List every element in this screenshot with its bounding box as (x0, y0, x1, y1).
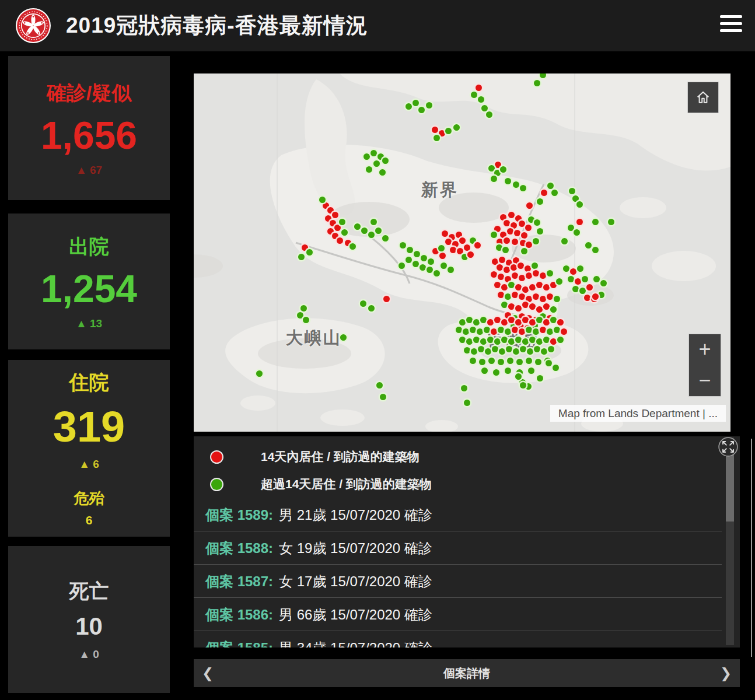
case-building-marker-past[interactable] (382, 158, 389, 164)
case-building-marker-past[interactable] (557, 337, 564, 343)
case-building-marker-past[interactable] (498, 327, 504, 333)
case-building-marker-past[interactable] (515, 373, 522, 380)
case-building-marker-past[interactable] (501, 337, 508, 343)
case-building-marker-past[interactable] (572, 195, 579, 202)
case-building-marker-past[interactable] (501, 302, 508, 308)
case-building-marker-recent[interactable] (459, 237, 466, 244)
case-building-marker-past[interactable] (441, 262, 447, 269)
case-building-marker-recent[interactable] (439, 253, 446, 259)
case-building-marker-recent[interactable] (504, 220, 510, 226)
case-building-marker-recent[interactable] (540, 327, 546, 333)
case-building-marker-past[interactable] (418, 107, 425, 113)
case-building-marker-past[interactable] (488, 165, 495, 172)
case-building-marker-recent[interactable] (487, 319, 494, 326)
case-building-marker-past[interactable] (585, 242, 592, 249)
case-building-marker-past[interactable] (400, 242, 406, 249)
case-building-marker-recent[interactable] (522, 302, 529, 308)
case-building-marker-past[interactable] (461, 385, 467, 391)
case-building-marker-past[interactable] (569, 188, 575, 194)
case-building-marker-past[interactable] (529, 337, 536, 343)
case-building-marker-recent[interactable] (525, 265, 531, 272)
case-building-marker-recent[interactable] (332, 212, 338, 218)
case-building-marker-recent[interactable] (505, 276, 511, 282)
case-building-marker-past[interactable] (498, 359, 504, 365)
case-building-marker-recent[interactable] (543, 284, 550, 290)
case-building-marker-past[interactable] (528, 368, 534, 374)
case-building-marker-past[interactable] (593, 276, 600, 282)
case-building-marker-past[interactable] (426, 102, 432, 108)
expand-arrows-icon[interactable] (718, 436, 739, 457)
case-building-marker-past[interactable] (298, 254, 305, 260)
case-row[interactable]: 個案 1588:女 19歲 15/07/2020 確診 (194, 531, 722, 565)
case-building-marker-past[interactable] (577, 265, 583, 272)
case-building-marker-past[interactable] (370, 150, 377, 156)
case-building-marker-past[interactable] (532, 262, 538, 269)
case-building-marker-past[interactable] (547, 183, 554, 189)
case-building-marker-past[interactable] (373, 160, 380, 167)
case-building-marker-recent[interactable] (501, 319, 508, 326)
case-building-marker-past[interactable] (413, 100, 419, 106)
case-building-marker-recent[interactable] (456, 232, 462, 238)
case-building-marker-past[interactable] (548, 346, 554, 352)
case-building-marker-past[interactable] (543, 337, 550, 343)
case-building-marker-recent[interactable] (383, 296, 390, 302)
case-building-marker-recent[interactable] (491, 328, 497, 335)
case-building-marker-recent[interactable] (512, 327, 518, 333)
hamburger-menu-icon[interactable] (720, 15, 742, 36)
case-building-marker-past[interactable] (568, 225, 574, 231)
case-row[interactable]: 個案 1589:男 21歲 15/07/2020 確診 (194, 498, 722, 531)
case-building-marker-past[interactable] (406, 257, 412, 263)
case-building-marker-past[interactable] (463, 328, 469, 335)
case-building-marker-past[interactable] (466, 317, 473, 323)
case-building-marker-recent[interactable] (499, 257, 505, 263)
case-building-marker-recent[interactable] (536, 282, 543, 288)
case-building-marker-past[interactable] (550, 317, 557, 323)
case-building-marker-past[interactable] (471, 92, 477, 98)
case-building-marker-recent[interactable] (511, 222, 517, 229)
case-building-marker-past[interactable] (499, 348, 505, 355)
next-tab-arrow[interactable]: ❯ (712, 665, 740, 681)
case-building-marker-past[interactable] (521, 248, 527, 254)
case-building-marker-recent[interactable] (547, 293, 553, 300)
case-building-marker-past[interactable] (488, 358, 495, 364)
case-building-marker-past[interactable] (505, 328, 511, 335)
case-building-marker-past[interactable] (493, 369, 499, 376)
case-building-marker-past[interactable] (368, 305, 375, 312)
case-building-marker-recent[interactable] (570, 268, 576, 275)
case-building-marker-past[interactable] (520, 185, 526, 191)
case-building-marker-past[interactable] (480, 338, 487, 345)
case-building-marker-past[interactable] (481, 368, 488, 374)
case-building-marker-recent[interactable] (498, 292, 504, 298)
case-building-marker-recent[interactable] (521, 232, 527, 239)
case-building-marker-recent[interactable] (467, 251, 474, 258)
case-building-marker-past[interactable] (496, 244, 502, 251)
case-building-marker-recent[interactable] (445, 239, 452, 245)
case-building-marker-recent[interactable] (512, 239, 518, 245)
case-building-marker-past[interactable] (576, 201, 583, 208)
case-building-marker-past[interactable] (536, 317, 543, 323)
case-building-marker-past[interactable] (486, 111, 492, 118)
case-building-marker-recent[interactable] (508, 212, 515, 218)
case-building-marker-recent[interactable] (474, 242, 481, 249)
case-building-marker-recent[interactable] (526, 272, 532, 279)
case-building-marker-past[interactable] (478, 96, 484, 103)
case-building-marker-past[interactable] (414, 251, 420, 257)
case-building-marker-past[interactable] (339, 219, 345, 225)
case-building-marker-past[interactable] (505, 178, 511, 184)
case-building-marker-past[interactable] (349, 243, 356, 250)
case-building-marker-recent[interactable] (500, 232, 506, 238)
case-building-marker-recent[interactable] (518, 262, 524, 269)
case-building-marker-past[interactable] (380, 394, 386, 400)
case-building-marker-recent[interactable] (584, 295, 590, 301)
case-building-marker-past[interactable] (608, 219, 614, 225)
case-building-marker-past[interactable] (526, 358, 532, 364)
case-building-marker-recent[interactable] (491, 271, 497, 278)
case-building-marker-past[interactable] (494, 170, 501, 176)
case-building-marker-recent[interactable] (526, 202, 533, 209)
case-building-marker-past[interactable] (406, 103, 412, 110)
case-building-marker-recent[interactable] (432, 127, 438, 133)
scrollbar-track[interactable] (726, 438, 734, 645)
case-building-marker-past[interactable] (306, 249, 313, 256)
case-building-marker-past[interactable] (491, 176, 497, 182)
case-building-marker-recent[interactable] (557, 319, 564, 326)
